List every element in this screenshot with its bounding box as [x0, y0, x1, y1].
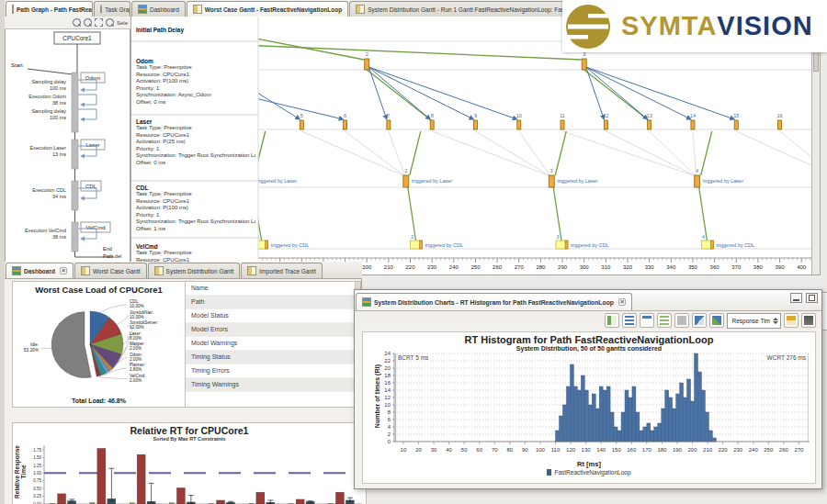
- histogram-bar[interactable]: [606, 386, 610, 442]
- histogram-bar[interactable]: [694, 353, 697, 442]
- collapse-icon[interactable]: [674, 313, 689, 328]
- max-rt-bar[interactable]: [335, 492, 344, 504]
- max-rt-bar[interactable]: [137, 454, 145, 504]
- zoom-in-icon[interactable]: [73, 18, 81, 27]
- histogram-bar[interactable]: [673, 409, 676, 442]
- histogram-bar[interactable]: [651, 431, 654, 442]
- laser-activation-box[interactable]: [430, 120, 434, 129]
- table-row-path[interactable]: Path: [186, 296, 360, 309]
- minimize-icon[interactable]: [790, 293, 802, 303]
- cdl-activation-box[interactable]: [549, 175, 554, 187]
- histogram-bar[interactable]: [687, 379, 691, 442]
- histogram-bar[interactable]: [610, 412, 614, 442]
- spinner-arrows-icon[interactable]: [773, 318, 778, 324]
- tab-task-grap[interactable]: Task Grap: [94, 1, 130, 17]
- laser-activation-box[interactable]: [648, 120, 651, 129]
- zoom-out-icon[interactable]: [84, 18, 92, 27]
- histogram-bar[interactable]: [581, 375, 584, 442]
- max-rt-bar[interactable]: [58, 494, 66, 504]
- histogram-bar[interactable]: [559, 416, 562, 442]
- laser-activation-box[interactable]: [561, 120, 564, 129]
- table-row-model-errors[interactable]: Model Errors: [186, 323, 360, 337]
- histogram-bar[interactable]: [562, 405, 566, 442]
- sort-icon[interactable]: [640, 313, 654, 328]
- metric-dropdown[interactable]: Response Tim: [727, 313, 781, 329]
- cdl-activation-box[interactable]: [403, 175, 409, 187]
- table-row-name[interactable]: Name: [186, 282, 360, 296]
- tab-system-distribution-gantt-run-1-gantt-fastreactivenavigationloop-fas[interactable]: System Distribution Gantt - Run 1 Gantt …: [349, 1, 571, 17]
- histogram-bar[interactable]: [701, 390, 705, 442]
- laser-activation-box[interactable]: [300, 120, 303, 129]
- table-row-model-status[interactable]: Model Status: [186, 309, 360, 323]
- gantt-vertical-scrollbar[interactable]: [811, 17, 820, 274]
- pie-slice-idle[interactable]: [51, 312, 91, 378]
- histogram-bar[interactable]: [708, 431, 712, 442]
- export-icon[interactable]: [784, 313, 799, 328]
- snapshot-icon[interactable]: [801, 313, 816, 328]
- laser-activation-box[interactable]: [691, 120, 695, 129]
- laser-activation-box[interactable]: [344, 120, 347, 129]
- histogram-bar[interactable]: [556, 431, 560, 442]
- histogram-bar[interactable]: [617, 431, 621, 442]
- histogram-bar[interactable]: [599, 386, 603, 442]
- task-timeline-bar[interactable]: [72, 222, 78, 252]
- task-timeline-bar[interactable]: [72, 73, 78, 132]
- close-tab-icon[interactable]: ×: [618, 298, 626, 306]
- laser-activation-box[interactable]: [604, 120, 607, 129]
- max-rt-bar[interactable]: [97, 448, 106, 504]
- histogram-bar[interactable]: [697, 372, 701, 442]
- chart-view-icon[interactable]: [692, 313, 707, 328]
- histogram-bar[interactable]: [662, 409, 665, 442]
- apply-icon[interactable]: [605, 313, 619, 328]
- histogram-bar[interactable]: [654, 427, 658, 442]
- histogram-bar[interactable]: [570, 364, 573, 442]
- tab-dashboard[interactable]: Dashboard×: [6, 263, 74, 278]
- histogram-bar[interactable]: [577, 390, 581, 442]
- task-timeline-bar[interactable]: [72, 181, 78, 210]
- tab-imported-trace-gantt[interactable]: Imported Trace Gantt: [241, 263, 322, 278]
- table-row-timing-status[interactable]: Timing Status: [186, 351, 360, 364]
- histogram-bar[interactable]: [588, 405, 592, 442]
- histogram-bar[interactable]: [632, 386, 636, 442]
- grid-view-icon[interactable]: [622, 313, 637, 328]
- tab-system-distribution-gantt[interactable]: System Distribution Gantt: [148, 263, 241, 278]
- search-icon[interactable]: [106, 18, 114, 27]
- task-timeline-bar[interactable]: [72, 140, 78, 169]
- histogram-bar[interactable]: [625, 390, 629, 442]
- tab-dashboard[interactable]: Dashboard: [131, 1, 186, 17]
- laser-activation-box[interactable]: [387, 120, 391, 129]
- tab-path-graph-path-fastreactivenav[interactable]: Path Graph - Path FastReactiveNav×: [6, 1, 93, 17]
- max-rt-bar[interactable]: [176, 487, 185, 504]
- histogram-bar[interactable]: [669, 398, 673, 442]
- histogram-bar[interactable]: [629, 398, 632, 442]
- list-view-icon[interactable]: [657, 313, 672, 328]
- max-rt-bar[interactable]: [256, 492, 265, 504]
- fit-selection-icon[interactable]: [95, 18, 103, 27]
- histogram-bar[interactable]: [595, 409, 599, 442]
- tab-worst-case-gantt[interactable]: Worst Case Gantt: [74, 263, 147, 278]
- histogram-bar[interactable]: [665, 390, 669, 442]
- odom-activation-box[interactable]: [582, 59, 586, 70]
- odom-activation-box[interactable]: [365, 59, 369, 70]
- laser-activation-box[interactable]: [778, 120, 782, 129]
- histogram-bar[interactable]: [573, 386, 577, 442]
- histogram-bar[interactable]: [680, 383, 684, 442]
- histogram-bar[interactable]: [691, 401, 695, 442]
- laser-activation-box[interactable]: [473, 120, 477, 129]
- tab-worst-case-gantt-fastreactivenavigationloop[interactable]: Worst Case Gantt - FastReactiveNavigatio…: [187, 1, 348, 17]
- histogram-bar[interactable]: [640, 431, 643, 442]
- histogram-bar[interactable]: [636, 412, 640, 442]
- table-row-timing-warnings[interactable]: Timing Warnings: [186, 378, 360, 392]
- laser-activation-box[interactable]: [734, 120, 738, 129]
- histogram-bar[interactable]: [658, 423, 662, 442]
- histogram-bar[interactable]: [584, 390, 588, 442]
- refresh-icon[interactable]: [709, 313, 724, 328]
- maximize-icon[interactable]: [806, 293, 818, 303]
- path-graph-canvas[interactable]: CPUCore1StartOdomLaserCDLVelCmdSampling …: [5, 28, 130, 263]
- close-tab-icon[interactable]: ×: [60, 267, 67, 274]
- table-row-model-warnings[interactable]: Model Warnings: [186, 337, 360, 351]
- histogram-bar[interactable]: [684, 398, 687, 442]
- table-row-timing-errors[interactable]: Timing Errors: [186, 364, 360, 378]
- histogram-bar[interactable]: [621, 412, 625, 442]
- histogram-bar[interactable]: [566, 386, 570, 442]
